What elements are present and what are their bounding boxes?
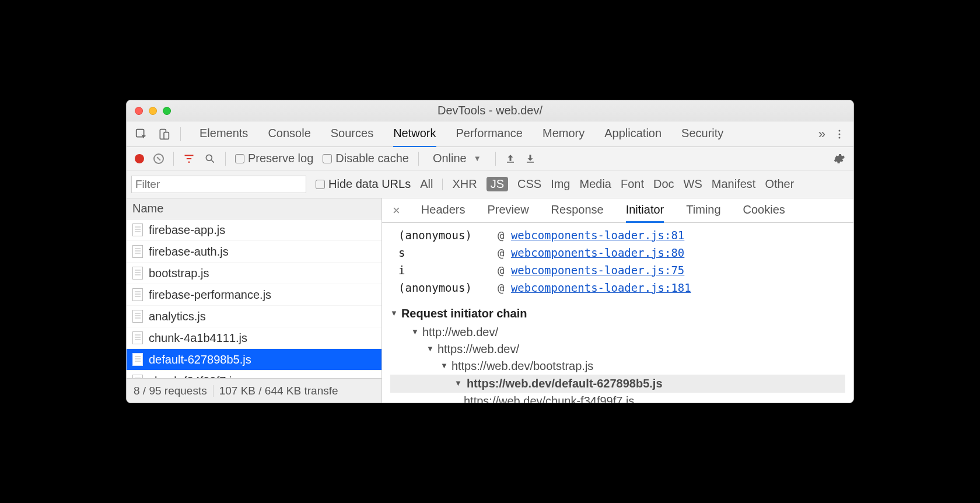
- stack-link[interactable]: webcomponents-loader.js:80: [511, 246, 684, 259]
- chevron-down-icon: ▼: [440, 361, 448, 370]
- panel-tab-sources[interactable]: Sources: [331, 121, 373, 147]
- hide-data-urls-checkbox[interactable]: Hide data URLs: [316, 177, 411, 191]
- stack-frame: (anonymous)@ webcomponents-loader.js:81: [398, 226, 846, 244]
- separator: [495, 152, 496, 166]
- file-icon: [132, 223, 143, 236]
- upload-har-icon[interactable]: [505, 153, 516, 164]
- type-filter-media[interactable]: Media: [579, 177, 611, 191]
- detail-tab-initiator[interactable]: Initiator: [626, 198, 664, 223]
- separator: [442, 179, 443, 190]
- request-name: firebase-app.js: [149, 223, 225, 237]
- type-filter-manifest[interactable]: Manifest: [712, 177, 756, 191]
- type-filter-doc[interactable]: Doc: [653, 177, 674, 191]
- stack-function: i: [398, 264, 492, 277]
- search-icon[interactable]: [204, 153, 216, 165]
- initiator-chain-heading[interactable]: ▼ Request initiator chain: [390, 307, 845, 320]
- type-filter-css[interactable]: CSS: [517, 177, 541, 191]
- panel-tab-console[interactable]: Console: [268, 121, 310, 147]
- request-row[interactable]: analytics.js: [127, 306, 382, 327]
- request-row[interactable]: bootstrap.js: [127, 263, 382, 284]
- settings-gear-icon[interactable]: [832, 152, 845, 165]
- panel-tab-memory[interactable]: Memory: [542, 121, 584, 147]
- detail-tab-preview[interactable]: Preview: [487, 198, 528, 223]
- request-row[interactable]: chunk-f34f99f7.js: [127, 371, 382, 378]
- panel-tab-security[interactable]: Security: [681, 121, 723, 147]
- throttling-select[interactable]: Online ▼: [428, 152, 486, 165]
- chain-node[interactable]: ▼https://web.dev/: [426, 341, 845, 358]
- call-stack: (anonymous)@ webcomponents-loader.js:81s…: [382, 223, 853, 299]
- panel-tabs: ElementsConsoleSourcesNetworkPerformance…: [200, 121, 808, 147]
- type-filter-xhr[interactable]: XHR: [452, 177, 477, 191]
- stack-function: s: [398, 246, 492, 259]
- stack-link[interactable]: webcomponents-loader.js:75: [511, 264, 684, 277]
- window-title: DevTools - web.dev/: [127, 104, 853, 117]
- inspect-element-icon[interactable]: [135, 128, 148, 141]
- chevron-down-icon: ▼: [454, 379, 462, 387]
- disable-cache-checkbox[interactable]: Disable cache: [323, 152, 409, 165]
- chain-node[interactable]: https://web.dev/chunk-f34f99f7.js: [464, 393, 845, 403]
- request-name: analytics.js: [149, 310, 206, 323]
- request-row[interactable]: firebase-auth.js: [127, 241, 382, 263]
- type-filter-font[interactable]: Font: [621, 177, 644, 191]
- close-window-button[interactable]: [135, 107, 143, 115]
- stack-function: (anonymous): [398, 281, 492, 294]
- type-filter-img[interactable]: Img: [551, 177, 570, 191]
- minimize-window-button[interactable]: [149, 107, 157, 115]
- initiator-chain-title: Request initiator chain: [401, 307, 527, 320]
- detail-tab-headers[interactable]: Headers: [421, 198, 466, 223]
- clear-button[interactable]: [153, 153, 164, 164]
- type-filter-js[interactable]: JS: [487, 177, 508, 191]
- stack-link[interactable]: webcomponents-loader.js:181: [511, 281, 691, 294]
- panel-tab-network[interactable]: Network: [393, 121, 436, 147]
- svg-point-5: [839, 137, 841, 138]
- detail-tab-response[interactable]: Response: [551, 198, 604, 223]
- request-count: 8 / 95 requests: [134, 385, 207, 397]
- window-controls: [127, 107, 171, 115]
- stack-at: @ webcomponents-loader.js:181: [498, 281, 691, 294]
- more-panels-icon[interactable]: »: [818, 127, 823, 142]
- close-detail-icon[interactable]: ×: [393, 203, 400, 218]
- file-icon: [132, 353, 143, 366]
- request-row[interactable]: default-627898b5.js: [127, 349, 382, 371]
- panel-tab-application[interactable]: Application: [604, 121, 662, 147]
- filter-input[interactable]: [131, 176, 306, 193]
- chain-node[interactable]: ▼https://web.dev/default-627898b5.js: [390, 375, 845, 393]
- stack-frame: i@ webcomponents-loader.js:75: [398, 261, 846, 279]
- detail-tab-cookies[interactable]: Cookies: [743, 198, 785, 223]
- main-split: Name firebase-app.jsfirebase-auth.jsboot…: [127, 198, 853, 403]
- filter-icon[interactable]: [183, 153, 195, 165]
- stack-link[interactable]: webcomponents-loader.js:81: [511, 229, 684, 242]
- kebab-menu-icon[interactable]: [834, 129, 845, 139]
- chevron-down-icon: ▼: [426, 344, 434, 353]
- device-toolbar-icon[interactable]: [158, 128, 170, 141]
- panel-tab-performance[interactable]: Performance: [456, 121, 523, 147]
- request-row[interactable]: chunk-4a1b4111.js: [127, 327, 382, 349]
- svg-point-3: [839, 130, 841, 131]
- column-header-name[interactable]: Name: [127, 198, 382, 219]
- type-filter-ws[interactable]: WS: [684, 177, 702, 191]
- stack-at: @ webcomponents-loader.js:80: [498, 246, 684, 259]
- zoom-window-button[interactable]: [163, 107, 171, 115]
- resource-type-filters: AllXHRJSCSSImgMediaFontDocWSManifestOthe…: [420, 177, 794, 191]
- hide-data-urls-label: Hide data URLs: [328, 177, 411, 190]
- stack-function: (anonymous): [398, 229, 492, 242]
- panel-tab-elements[interactable]: Elements: [200, 121, 248, 147]
- separator: [225, 152, 226, 166]
- type-filter-other[interactable]: Other: [765, 177, 794, 191]
- preserve-log-label: Preserve log: [248, 152, 313, 165]
- request-row[interactable]: firebase-app.js: [127, 219, 382, 241]
- chain-node[interactable]: ▼http://web.dev/: [411, 324, 845, 341]
- record-button[interactable]: [135, 154, 144, 163]
- chain-node-url: http://web.dev/: [422, 326, 498, 339]
- svg-point-6: [206, 155, 212, 160]
- file-icon: [132, 267, 143, 280]
- request-row[interactable]: firebase-performance.js: [127, 284, 382, 306]
- detail-tab-timing[interactable]: Timing: [686, 198, 720, 223]
- chevron-down-icon: ▼: [474, 154, 481, 163]
- chain-node[interactable]: ▼https://web.dev/bootstrap.js: [440, 358, 845, 375]
- type-filter-all[interactable]: All: [420, 177, 433, 191]
- preserve-log-checkbox[interactable]: Preserve log: [235, 152, 313, 165]
- initiator-chain: ▼ Request initiator chain ▼http://web.de…: [382, 299, 853, 403]
- titlebar: DevTools - web.dev/: [127, 100, 853, 121]
- download-har-icon[interactable]: [525, 153, 536, 164]
